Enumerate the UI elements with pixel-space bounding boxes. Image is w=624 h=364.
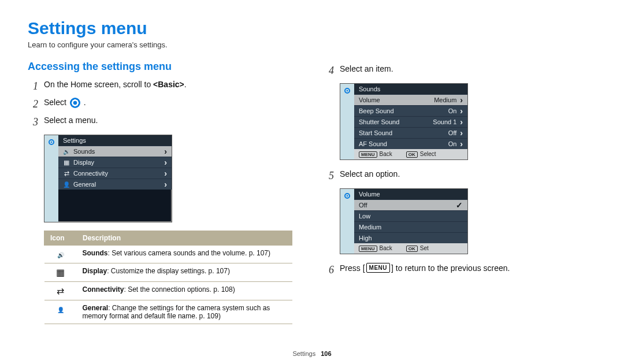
camera-screen-settings: Settings Sounds›Display›Connectivity›Gen… (44, 135, 172, 222)
step-1: 1 On the Home screen, scroll to <Basic>. (28, 79, 300, 94)
menu-item[interactable]: AF SoundOn› (354, 138, 467, 149)
step-4: 4 Select an item. (324, 63, 596, 79)
gear-icon (343, 86, 352, 95)
menu-item-label: Sounds (73, 148, 95, 155)
camera-list: VolumeMedium›Beep SoundOn›Shutter SoundS… (354, 94, 467, 149)
menu-item[interactable]: Start SoundOff› (354, 127, 467, 138)
menu-item-value: Sound 1 (433, 118, 456, 125)
menu-item[interactable]: Connectivity› (58, 168, 172, 179)
menu-item[interactable]: Low (354, 210, 467, 221)
camera-header: Sounds (354, 84, 467, 94)
step-5: 5 Select an option. (324, 168, 596, 184)
camera-header: Settings (58, 135, 172, 146)
icon-description-table: Icon Description Sounds: Set various cam… (44, 231, 292, 324)
table-head-icon: Icon (44, 231, 77, 246)
section-title: Accessing the settings menu (28, 61, 300, 73)
step-number: 5 (324, 168, 334, 184)
page-subtitle: Learn to configure your camera's setting… (28, 40, 596, 49)
table-cell-description: Display: Customize the display settings.… (77, 263, 292, 282)
step-3-text: Select a menu. (44, 114, 300, 127)
camera-list: Sounds›Display›Connectivity›General› (58, 146, 172, 190)
svg-point-3 (347, 90, 348, 92)
menu-button-icon: MENU (366, 263, 390, 273)
table-cell-description: Sounds: Set various camera sounds and th… (77, 246, 292, 263)
menu-item[interactable]: High (354, 232, 467, 243)
table-row: General: Change the settings for the cam… (44, 300, 292, 324)
menu-key-icon: MENU (359, 151, 377, 158)
footer-select: Select (420, 151, 436, 157)
menu-item[interactable]: Display› (58, 157, 172, 168)
menu-item-label: Low (359, 213, 370, 220)
menu-item-label: Display (73, 159, 94, 166)
chevron-right-icon: › (164, 148, 167, 155)
general-icon (63, 181, 70, 188)
step-4-text: Select an item. (340, 63, 596, 75)
step-2: 2 Select . (28, 96, 300, 112)
chevron-right-icon: › (164, 159, 167, 166)
settings-icon (70, 98, 80, 108)
sound-icon (57, 249, 64, 259)
ok-key-icon: OK (406, 246, 418, 252)
step-6: 6 Press [MENU] to return to the previous… (324, 262, 596, 278)
table-head-desc: Description (77, 231, 292, 246)
menu-item[interactable]: Shutter SoundSound 1› (354, 116, 467, 127)
menu-item-label: Start Sound (359, 129, 392, 136)
step-number: 2 (28, 96, 38, 112)
footer-set: Set (420, 245, 429, 251)
step-1-text: On the Home screen, scroll to (44, 80, 153, 89)
svg-point-1 (51, 142, 53, 143)
display-icon (63, 159, 70, 166)
chevron-right-icon: › (460, 129, 463, 136)
connectivity-icon (57, 286, 64, 296)
page-title: Settings menu (28, 18, 596, 38)
table-cell-description: General: Change the settings for the cam… (77, 300, 292, 324)
chevron-right-icon: › (164, 181, 167, 188)
camera-sidebar (44, 135, 58, 222)
menu-item-label: Connectivity (73, 170, 108, 177)
step-number: 4 (324, 63, 334, 79)
sound-icon (63, 148, 70, 155)
gear-icon (47, 138, 56, 147)
menu-item-label: General (73, 181, 96, 188)
table-cell-description: Connectivity: Set the connection options… (77, 282, 292, 300)
menu-item-label: Beep Sound (359, 107, 394, 114)
right-column: 4 Select an item. Sounds VolumeMedium›Be… (324, 61, 596, 324)
camera-footer: MENUBack OKSet (354, 243, 467, 254)
menu-item[interactable]: Medium (354, 221, 467, 232)
table-row: Connectivity: Set the connection options… (44, 282, 292, 300)
step-number: 1 (28, 79, 38, 94)
svg-point-5 (347, 195, 348, 197)
step-3: 3 Select a menu. (28, 114, 300, 130)
step-5-text: Select an option. (340, 168, 596, 180)
menu-item[interactable]: VolumeMedium› (354, 94, 467, 105)
step-number: 6 (324, 262, 334, 278)
menu-item[interactable]: Sounds› (58, 146, 172, 157)
chevron-right-icon: › (460, 140, 463, 147)
step-2-text: Select (44, 98, 69, 107)
ok-key-icon: OK (406, 151, 418, 158)
chevron-right-icon: › (460, 118, 463, 125)
gear-icon (343, 191, 352, 200)
menu-item-label: High (359, 235, 372, 242)
footer-page-number: 106 (321, 350, 331, 357)
menu-item-value: On (448, 140, 457, 147)
menu-item[interactable]: General› (58, 179, 172, 190)
menu-item-value: Medium (434, 96, 456, 103)
camera-sidebar (340, 189, 354, 254)
table-row: Sounds: Set various camera sounds and th… (44, 246, 292, 263)
left-column: Accessing the settings menu 1 On the Hom… (28, 61, 300, 324)
camera-header: Volume (354, 189, 467, 199)
menu-item-label: AF Sound (359, 140, 387, 147)
menu-item-label: Volume (359, 96, 380, 103)
display-icon (56, 268, 65, 277)
menu-item[interactable]: Off✓ (354, 199, 467, 210)
period: . (184, 80, 187, 89)
step-6b-text: ] to return to the previous screen. (391, 263, 510, 273)
menu-item-value: On (448, 107, 457, 114)
menu-item-label: Medium (359, 224, 381, 231)
camera-screen-volume: Volume Off✓LowMediumHigh MENUBack OKSet (340, 188, 468, 254)
footer-back: Back (380, 151, 392, 157)
chevron-right-icon: › (460, 107, 463, 114)
footer-back: Back (380, 245, 392, 251)
menu-item[interactable]: Beep SoundOn› (354, 105, 467, 116)
